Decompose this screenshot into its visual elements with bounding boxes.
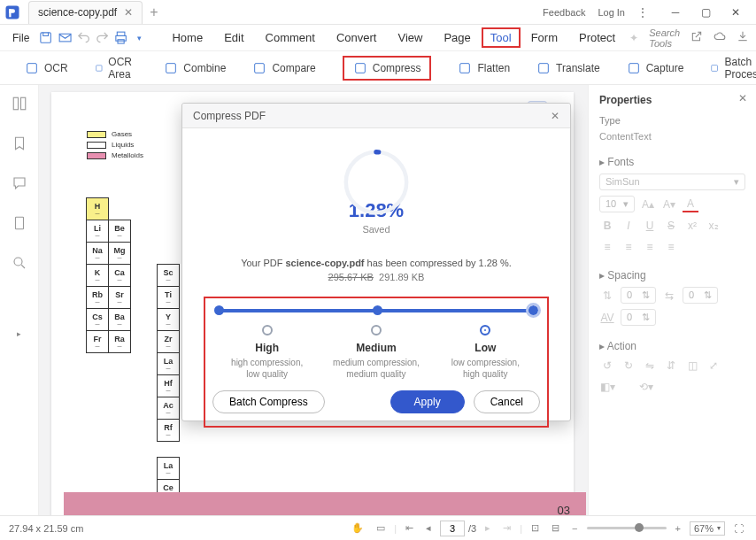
minimize-button[interactable]: ─ <box>660 0 690 25</box>
cloud-icon[interactable] <box>714 30 726 45</box>
superscript-icon[interactable]: x² <box>684 218 700 234</box>
menu-tab-protect[interactable]: Protect <box>568 27 626 48</box>
fit-width-icon[interactable]: ⊡ <box>528 522 543 534</box>
spacing-2[interactable]: 0⇅ <box>683 287 718 304</box>
tool-combine[interactable]: Combine <box>164 61 226 75</box>
file-menu[interactable]: File <box>7 30 35 46</box>
hand-tool-icon[interactable]: ✋ <box>348 522 367 534</box>
rotate-right-icon[interactable]: ↻ <box>621 358 636 374</box>
feedback-link[interactable]: Feedback <box>543 7 585 18</box>
flip-v-icon[interactable]: ⇵ <box>663 358 679 374</box>
menu-tab-page[interactable]: Page <box>433 27 481 48</box>
option-low[interactable]: Lowlow compression,high quality <box>431 325 540 380</box>
prev-page-icon[interactable]: ◂ <box>422 522 435 534</box>
search-tools[interactable]: Search Tools <box>649 27 680 49</box>
dialog-titlebar[interactable]: Compress PDF ✕ <box>182 104 570 128</box>
extract-icon[interactable]: ⤢ <box>706 358 721 374</box>
tool-ocr[interactable]: OCR <box>25 61 68 75</box>
dialog-close-icon[interactable]: ✕ <box>551 110 559 122</box>
tool-compare[interactable]: Compare <box>252 61 315 75</box>
zoom-out-icon[interactable]: − <box>568 523 581 534</box>
tool-ocr-area[interactable]: OCR Area <box>95 56 138 81</box>
export-icon[interactable] <box>737 30 749 45</box>
menu-tab-form[interactable]: Form <box>521 27 568 48</box>
expand-rail-icon[interactable]: ▸ <box>17 329 21 338</box>
kebab-icon[interactable]: ⋮ <box>637 6 648 19</box>
tool-capture[interactable]: Capture <box>627 61 684 75</box>
select-tool-icon[interactable]: ▭ <box>373 522 389 534</box>
login-link[interactable]: Log In <box>598 7 625 18</box>
comment-icon[interactable] <box>12 175 27 194</box>
bold-icon[interactable]: B <box>599 218 615 234</box>
print-icon[interactable] <box>113 28 128 48</box>
opacity-icon[interactable]: ◧▾ <box>599 379 615 395</box>
svg-rect-6 <box>118 40 124 43</box>
page-input[interactable] <box>440 521 465 536</box>
batch-compress-button[interactable]: Batch Compress <box>212 390 325 413</box>
bookmark-icon[interactable] <box>12 135 27 154</box>
status-bar: 27.94 x 21.59 cm ✋ ▭ | ⇤ ◂ /3 ▸ ⇥ | ⊡ ⊟ … <box>0 515 756 540</box>
result-text: Your PDF science-copy.pdf has been compr… <box>200 258 552 268</box>
last-page-icon[interactable]: ⇥ <box>499 522 514 534</box>
spacing-3[interactable]: 0⇅ <box>621 309 656 326</box>
zoom-in-icon[interactable]: + <box>672 523 684 534</box>
align-right-icon[interactable]: ≡ <box>642 239 658 255</box>
menu-tab-tool[interactable]: Tool <box>482 27 521 48</box>
menu-tab-convert[interactable]: Convert <box>326 27 388 48</box>
svg-point-19 <box>14 258 22 266</box>
close-window-button[interactable]: ✕ <box>721 0 751 25</box>
italic-icon[interactable]: I <box>621 218 636 234</box>
close-properties-icon[interactable]: ✕ <box>738 92 747 104</box>
increase-font-icon[interactable]: A▴ <box>640 197 656 212</box>
menu-tab-view[interactable]: View <box>387 27 433 48</box>
font-size[interactable]: 10▾ <box>599 196 635 212</box>
next-page-icon[interactable]: ▸ <box>482 522 494 534</box>
apply-button[interactable]: Apply <box>390 390 465 413</box>
share-icon[interactable] <box>690 30 703 45</box>
crop-icon[interactable]: ◫ <box>684 358 700 374</box>
cancel-button[interactable]: Cancel <box>474 390 540 413</box>
fullscreen-icon[interactable]: ⛶ <box>730 523 747 534</box>
document-tab[interactable]: science-copy.pdf ✕ <box>28 1 143 24</box>
attachment-icon[interactable] <box>12 215 27 234</box>
undo-icon[interactable] <box>76 28 91 48</box>
font-select[interactable]: SimSun▾ <box>599 174 745 190</box>
mail-icon[interactable] <box>58 28 73 48</box>
new-tab-button[interactable]: + <box>150 4 158 20</box>
line-spacing-icon: ⇅ <box>599 288 615 304</box>
print-dropdown-icon[interactable]: ▾ <box>132 28 147 48</box>
tool-compress[interactable]: Compress <box>343 56 432 81</box>
redo-icon[interactable] <box>95 28 110 48</box>
zoom-value[interactable]: 67%▾ <box>690 521 725 536</box>
align-left-icon[interactable]: ≡ <box>599 239 615 255</box>
flip-h-icon[interactable]: ⇋ <box>642 358 658 374</box>
menu-tab-comment[interactable]: Comment <box>255 27 326 48</box>
replace-icon[interactable]: ⟲▾ <box>638 379 654 395</box>
decrease-font-icon[interactable]: A▾ <box>661 197 677 212</box>
search-icon[interactable] <box>12 255 27 274</box>
quality-slider[interactable] <box>216 309 536 312</box>
tab-close-icon[interactable]: ✕ <box>124 6 133 19</box>
rotate-left-icon[interactable]: ↺ <box>599 358 615 374</box>
first-page-icon[interactable]: ⇤ <box>402 522 417 534</box>
underline-icon[interactable]: U <box>642 218 658 234</box>
fit-page-icon[interactable]: ⊟ <box>548 522 563 534</box>
thumbnails-icon[interactable] <box>12 96 27 114</box>
tool-translate[interactable]: Translate <box>536 61 600 75</box>
maximize-button[interactable]: ▢ <box>690 0 721 25</box>
save-icon[interactable] <box>38 28 53 48</box>
option-high[interactable]: Highhigh compression,low quality <box>212 325 321 380</box>
zoom-slider[interactable] <box>587 527 667 529</box>
strike-icon[interactable]: S <box>663 218 679 234</box>
tool-batch-process[interactable]: Batch Process <box>710 56 756 81</box>
font-color-icon[interactable]: A <box>683 197 698 212</box>
align-center-icon[interactable]: ≡ <box>621 239 636 255</box>
option-medium[interactable]: Mediummedium compression,medium quality <box>321 325 430 380</box>
align-justify-icon[interactable]: ≡ <box>663 239 679 255</box>
spacing-1[interactable]: 0⇅ <box>621 287 656 304</box>
menu-tab-home[interactable]: Home <box>161 27 213 48</box>
subscript-icon[interactable]: x₂ <box>706 218 721 234</box>
tool-flatten[interactable]: Flatten <box>458 61 510 75</box>
app-icon <box>0 0 25 25</box>
menu-tab-edit[interactable]: Edit <box>213 27 254 48</box>
